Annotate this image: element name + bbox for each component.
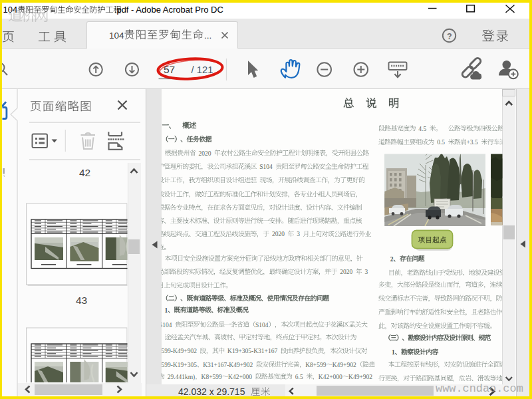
svg-text:2020: 2020 [340, 269, 352, 275]
svg-text:42: 42 [79, 167, 90, 178]
svg-text:K8+599: K8+599 [305, 362, 326, 368]
svg-text:K8+599: K8+599 [201, 374, 222, 380]
svg-text:2: 2 [390, 256, 394, 263]
svg-text:1: 1 [165, 307, 168, 314]
svg-text:104: 104 [109, 31, 124, 41]
svg-text:K19+305-K31+167: K19+305-K31+167 [227, 348, 277, 354]
svg-text:/ 121: / 121 [192, 65, 213, 75]
svg-text:+3: +3 [505, 139, 512, 146]
svg-text:42.032 x 29.715: 42.032 x 29.715 [178, 386, 245, 397]
svg-text:2020: 2020 [272, 231, 285, 237]
svg-text:4.5: 4.5 [418, 126, 426, 132]
svg-text:599-K49+902: 599-K49+902 [162, 348, 198, 354]
svg-text:K31+167-K49+902: K31+167-K49+902 [203, 362, 253, 368]
svg-text:?: ? [447, 32, 452, 41]
svg-text:K49+902: K49+902 [348, 374, 372, 380]
svg-text:57: 57 [164, 64, 175, 75]
svg-text:0.5: 0.5 [437, 139, 445, 146]
svg-text:K42+000: K42+000 [319, 374, 342, 380]
svg-text:1: 1 [392, 349, 395, 356]
svg-text:3: 3 [365, 269, 368, 275]
svg-text:...: ... [204, 31, 211, 41]
svg-text:43: 43 [76, 295, 87, 306]
svg-text:S104: S104 [255, 322, 269, 329]
svg-text:.pdf - Adobe Acrobat Pro DC: .pdf - Adobe Acrobat Pro DC [114, 5, 223, 15]
svg-text:+3.5: +3.5 [467, 139, 478, 146]
svg-text:K49+902: K49+902 [332, 362, 356, 368]
svg-text:3: 3 [297, 231, 300, 237]
svg-text:www.cndao.com: www.cndao.com [436, 382, 523, 395]
svg-text:2020: 2020 [199, 150, 211, 157]
svg-text:599-K19+305: 599-K19+305 [162, 362, 198, 368]
svg-text:S104: S104 [159, 322, 172, 329]
svg-text:6.5: 6.5 [295, 374, 303, 380]
svg-text:K42+000: K42+000 [228, 374, 252, 380]
svg-text:S104: S104 [259, 164, 273, 170]
svg-text:29.441km): 29.441km) [168, 374, 195, 381]
